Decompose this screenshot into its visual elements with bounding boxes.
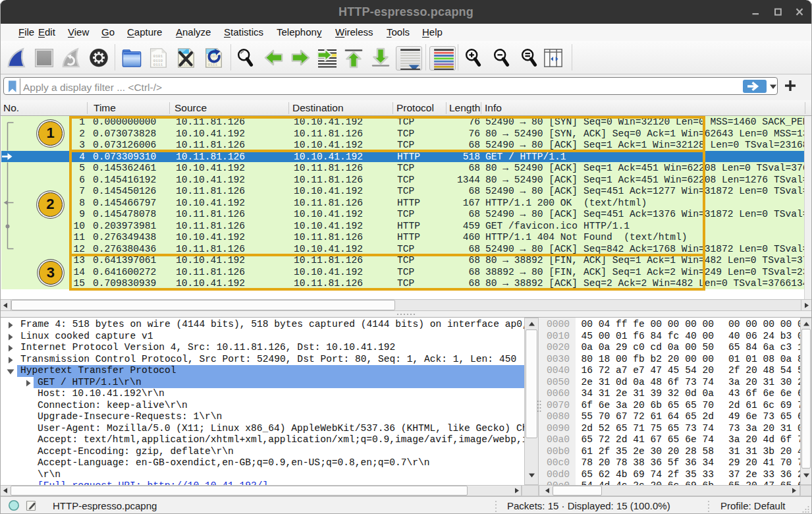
svg-text:0111: 0111 (153, 63, 163, 67)
svg-text:0111: 0111 (208, 63, 218, 67)
